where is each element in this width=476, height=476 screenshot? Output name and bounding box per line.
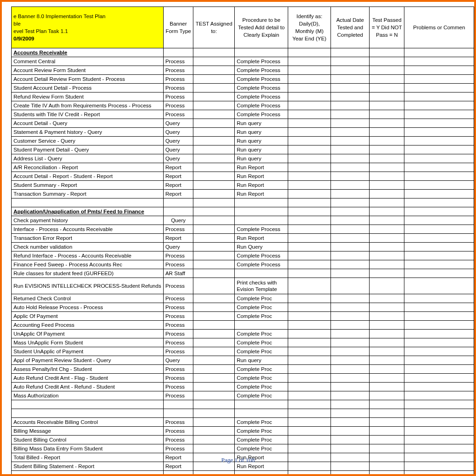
task-name: Statement & Payment history - Query xyxy=(12,128,164,137)
procedure xyxy=(235,321,288,330)
procedure: Complete Process xyxy=(235,225,288,234)
identify-as xyxy=(288,312,331,321)
blank-cell xyxy=(193,400,235,409)
identify-as xyxy=(288,347,331,356)
identify-as xyxy=(288,163,331,172)
blank-cell xyxy=(404,409,474,418)
problems xyxy=(404,172,474,181)
assigned-to xyxy=(193,163,235,172)
identify-as xyxy=(288,66,331,75)
passed xyxy=(370,347,404,356)
table-row: Student Summary - ReportReportRun Report xyxy=(12,181,474,190)
passed xyxy=(370,391,404,400)
passed xyxy=(370,251,404,260)
assigned-to xyxy=(193,225,235,234)
task-name: Customer Service - Query xyxy=(12,137,164,145)
date-tested xyxy=(331,75,370,84)
procedure: Complete Process xyxy=(235,101,288,110)
blank-cell xyxy=(331,471,370,476)
passed xyxy=(370,356,404,365)
col-test-assigned: TEST Assigned to: xyxy=(193,7,235,48)
form-type: Process xyxy=(163,330,193,338)
task-name: Student Billing Control xyxy=(12,436,164,444)
table-row: Returned Check ControlProcessComplete Pr… xyxy=(12,294,474,303)
section-blank xyxy=(331,48,370,57)
passed xyxy=(370,243,404,251)
assigned-to xyxy=(193,260,235,269)
form-type: Process xyxy=(163,444,193,453)
assigned-to xyxy=(193,251,235,260)
procedure: Complete Proc xyxy=(235,374,288,383)
date-tested xyxy=(331,172,370,181)
table-row: Rule classes for student feed (GURFEED)A… xyxy=(12,269,474,278)
problems xyxy=(404,365,474,374)
form-type: Process xyxy=(163,391,193,400)
identify-as xyxy=(288,234,331,243)
passed xyxy=(370,444,404,453)
title-line-3: evel Test Plan Task 1.1 xyxy=(13,27,161,35)
table-row: Student UnApplic of PaymentProcessComple… xyxy=(12,347,474,356)
task-name: Accounts Receivable Billing Control xyxy=(12,418,164,427)
identify-as xyxy=(288,84,331,93)
blank-cell xyxy=(370,471,404,476)
assigned-to xyxy=(193,243,235,251)
passed xyxy=(370,225,404,234)
blank-cell xyxy=(12,409,164,418)
table-row: Refund Interface - Process - Accounts Re… xyxy=(12,251,474,260)
task-name: Check payment history xyxy=(12,216,164,225)
task-name: Assess Penalty/Int Chg - Student xyxy=(12,365,164,374)
problems xyxy=(404,75,474,84)
problems xyxy=(404,243,474,251)
problems xyxy=(404,427,474,436)
assigned-to xyxy=(193,347,235,356)
procedure: Run query xyxy=(235,137,288,145)
blank-row xyxy=(12,198,474,207)
blank-cell xyxy=(288,471,331,476)
problems xyxy=(404,84,474,93)
form-type: Process xyxy=(163,427,193,436)
task-name: Refund Interface - Process - Accounts Re… xyxy=(12,251,164,260)
section-blank xyxy=(370,48,404,57)
problems xyxy=(404,93,474,101)
blank-cell xyxy=(12,198,164,207)
form-type: Report xyxy=(163,172,193,181)
passed xyxy=(370,154,404,163)
identify-as xyxy=(288,321,331,330)
task-name: Mass UnApplic Form Student xyxy=(12,338,164,347)
identify-as xyxy=(288,172,331,181)
passed xyxy=(370,374,404,383)
date-tested xyxy=(331,154,370,163)
task-name: Mass Authorization xyxy=(12,391,164,400)
blank-cell xyxy=(331,409,370,418)
problems xyxy=(404,391,474,400)
passed xyxy=(370,119,404,128)
table-row: Transaction Summary - ReportReportRun Re… xyxy=(12,190,474,198)
passed xyxy=(370,57,404,66)
table-row: Customer Service - QueryQueryRun query xyxy=(12,137,474,145)
blank-row xyxy=(12,400,474,409)
identify-as xyxy=(288,251,331,260)
task-name: Appl of Payment Review Student - Query xyxy=(12,356,164,365)
passed xyxy=(370,278,404,294)
table-row: Check number validationQueryRun Query xyxy=(12,243,474,251)
task-name: Create Title IV Auth from Requirements P… xyxy=(12,101,164,110)
section-blank xyxy=(235,48,288,57)
assigned-to xyxy=(193,181,235,190)
blank-row xyxy=(12,409,474,418)
table-row: Appl of Payment Review Student - QueryQu… xyxy=(12,356,474,365)
assigned-to xyxy=(193,444,235,453)
date-tested xyxy=(331,365,370,374)
blank-cell xyxy=(12,471,164,476)
identify-as xyxy=(288,365,331,374)
identify-as xyxy=(288,260,331,269)
passed xyxy=(370,216,404,225)
section-blank xyxy=(163,48,193,57)
task-name: UnApplic Of Payment xyxy=(12,330,164,338)
problems xyxy=(404,436,474,444)
form-type: Process xyxy=(163,436,193,444)
table-row: Accounts Receivable Billing ControlProce… xyxy=(12,418,474,427)
assigned-to xyxy=(193,294,235,303)
assigned-to xyxy=(193,137,235,145)
table-row: Student Account Detail - ProcessProcessC… xyxy=(12,84,474,93)
date-tested xyxy=(331,234,370,243)
